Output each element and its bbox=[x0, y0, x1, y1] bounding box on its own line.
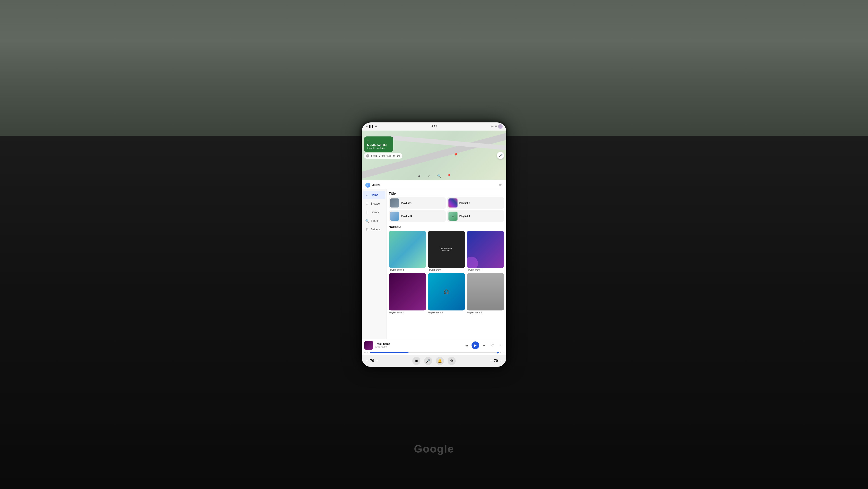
playlist-name-2-thumb: ABSTRACTDESIGN bbox=[428, 231, 465, 268]
playlist-name-5-title: Playlist name 5 bbox=[428, 311, 465, 314]
search-label: Search bbox=[371, 219, 379, 223]
map-section[interactable]: 📍 ↑ Middlefield Rd toward Lowell Ave × 5… bbox=[362, 131, 506, 180]
subtitle-playlist-grid: Playlist name 1 ABSTRACTDESIGN Playlist … bbox=[389, 231, 504, 314]
playlist-name-card-4[interactable]: Playlist name 4 bbox=[389, 273, 426, 314]
settings-icon: ⚙ bbox=[365, 228, 369, 231]
skip-back-button[interactable]: ⏮ bbox=[463, 342, 470, 348]
playlist-card-4[interactable]: ☺ Playlist 4 bbox=[447, 210, 504, 222]
volume-left: − 70 + bbox=[366, 359, 378, 363]
playlist-card-1[interactable]: Playlist 1 bbox=[389, 197, 446, 209]
queue-icon[interactable]: ≡↕ bbox=[499, 183, 503, 187]
subtitle-section-heading: Subtitle bbox=[389, 225, 504, 229]
track-artist: Artist name bbox=[375, 346, 461, 348]
progress-current-time: 0:24 bbox=[364, 351, 368, 354]
playlist-name-5-thumb: 🎧 bbox=[428, 273, 465, 311]
nav-street-name: Middlefield Rd bbox=[367, 144, 390, 147]
volume-left-plus[interactable]: + bbox=[376, 359, 378, 363]
nav-arrow-icon: ↑ bbox=[367, 139, 390, 143]
playlist-4-title: Playlist 4 bbox=[459, 215, 470, 218]
sidebar-item-search[interactable]: 🔍 Search bbox=[363, 217, 385, 225]
sidebar-nav: ⌂ Home ⊞ Browse ||| Library 🔍 Search bbox=[362, 189, 386, 339]
progress-bar-fill bbox=[370, 352, 408, 353]
status-left: ✦ ▌▌▌ ⚙ bbox=[365, 125, 377, 128]
playlist-2-title: Playlist 2 bbox=[459, 202, 470, 204]
playlist-name-4-title: Playlist name 4 bbox=[389, 311, 426, 314]
playlist-1-thumb bbox=[390, 198, 399, 207]
eta-bar: × 5 min · 1.7 mi 5:24 PM PDT bbox=[364, 153, 402, 159]
browse-label: Browse bbox=[371, 202, 380, 205]
track-info: Track name Artist name bbox=[375, 342, 461, 348]
playlist-name-card-5[interactable]: 🎧 Playlist name 5 bbox=[428, 273, 465, 314]
playlist-name-1-thumb bbox=[389, 231, 426, 268]
mic-button[interactable]: 🎤 bbox=[424, 357, 432, 365]
volume-right: − 70 + bbox=[490, 359, 502, 363]
volume-right-plus[interactable]: + bbox=[500, 359, 502, 363]
expand-button[interactable]: ∧ bbox=[497, 342, 504, 348]
app-logo-text: Aural bbox=[372, 183, 380, 187]
bell-button[interactable]: 🔔 bbox=[436, 357, 444, 365]
playlist-1-title: Playlist 1 bbox=[401, 202, 412, 204]
eta-arrival: 5:24 PM PDT bbox=[386, 154, 400, 157]
library-icon: ||| bbox=[365, 210, 369, 214]
browse-icon: ⊞ bbox=[365, 202, 369, 205]
progress-dot bbox=[497, 352, 499, 353]
map-pin-icon[interactable]: 📍 bbox=[446, 173, 452, 178]
sidebar-item-library[interactable]: ||| Library bbox=[363, 208, 385, 216]
app-section: ♪ Aural ≡↕ ⌂ Home ⊞ Browse bbox=[362, 180, 506, 355]
map-layers-icon[interactable]: ◉ bbox=[416, 173, 422, 178]
playlist-name-4-thumb bbox=[389, 273, 426, 311]
track-thumbnail bbox=[364, 341, 373, 350]
map-mic-button[interactable]: 🎤 bbox=[497, 152, 504, 159]
map-controls: ◉ ⇌ 🔍 📍 bbox=[362, 173, 506, 178]
playlist-name-2-title: Playlist name 2 bbox=[428, 269, 465, 271]
playlist-name-card-6[interactable]: Playlist name 6 bbox=[467, 273, 504, 314]
center-screen: ✦ ▌▌▌ ⚙ 8:32 64° F 📍 ↑ Middlefield Rd to… bbox=[362, 122, 506, 367]
volume-right-value: 70 bbox=[494, 359, 498, 363]
avatar[interactable] bbox=[498, 124, 503, 129]
map-location-pin: 📍 bbox=[453, 153, 459, 158]
play-button[interactable]: ▶ bbox=[471, 342, 479, 349]
map-route-icon[interactable]: ⇌ bbox=[426, 173, 432, 178]
title-section-heading: Title bbox=[389, 192, 504, 195]
progress-bar-track[interactable] bbox=[370, 352, 498, 353]
playlist-name-card-2[interactable]: ABSTRACTDESIGN Playlist name 2 bbox=[428, 231, 465, 271]
map-search-icon[interactable]: 🔍 bbox=[436, 173, 442, 178]
volume-right-minus[interactable]: − bbox=[490, 359, 492, 363]
screen-frame: ✦ ▌▌▌ ⚙ 8:32 64° F 📍 ↑ Middlefield Rd to… bbox=[362, 122, 506, 367]
progress-bar-container: 0:24 3:33 bbox=[362, 351, 506, 355]
library-label: Library bbox=[371, 211, 379, 214]
app-header: ♪ Aural ≡↕ bbox=[362, 180, 506, 189]
bottom-bar: − 70 + ⊞ 🎤 🔔 ⚙ − 70 + bbox=[362, 355, 506, 367]
playlist-name-1-title: Playlist name 1 bbox=[389, 269, 426, 271]
playlist-name-card-3[interactable]: Playlist name 3 bbox=[467, 231, 504, 271]
playlist-name-3-title: Playlist name 3 bbox=[467, 269, 504, 271]
playlist-card-2[interactable]: Playlist 2 bbox=[447, 197, 504, 209]
eta-close-button[interactable]: × bbox=[366, 154, 369, 157]
heart-button[interactable]: ♡ bbox=[489, 342, 495, 348]
playlist-card-3[interactable]: Playlist 3 bbox=[389, 210, 446, 222]
settings-label: Settings bbox=[371, 228, 380, 231]
volume-left-minus[interactable]: − bbox=[366, 359, 368, 363]
skip-forward-button[interactable]: ⏭ bbox=[481, 342, 487, 348]
home-icon: ⌂ bbox=[365, 193, 369, 197]
now-playing-main: Track name Artist name ⏮ ▶ ⏭ ♡ ∧ bbox=[362, 339, 506, 351]
grid-button[interactable]: ⊞ bbox=[412, 357, 421, 365]
playlist-name-card-1[interactable]: Playlist name 1 bbox=[389, 231, 426, 271]
main-content: Title Playlist 1 bbox=[386, 189, 506, 339]
player-controls: ⏮ ▶ ⏭ ♡ ∧ bbox=[463, 342, 504, 349]
settings-button[interactable]: ⚙ bbox=[447, 357, 456, 365]
status-bar: ✦ ▌▌▌ ⚙ 8:32 64° F bbox=[362, 122, 506, 131]
app-body: ⌂ Home ⊞ Browse ||| Library 🔍 Search bbox=[362, 189, 506, 339]
app-logo-area: ♪ Aural bbox=[365, 182, 380, 188]
sidebar-item-browse[interactable]: ⊞ Browse bbox=[363, 200, 385, 208]
navigation-card[interactable]: ↑ Middlefield Rd toward Lowell Ave bbox=[364, 137, 393, 152]
sidebar-item-settings[interactable]: ⚙ Settings bbox=[363, 225, 385, 233]
home-label: Home bbox=[371, 194, 378, 197]
playlist-name-6-title: Playlist name 6 bbox=[467, 311, 504, 314]
bottom-icons: ⊞ 🎤 🔔 ⚙ bbox=[412, 357, 456, 365]
search-icon: 🔍 bbox=[365, 219, 369, 223]
car-window bbox=[0, 0, 868, 136]
playlist-3-title: Playlist 3 bbox=[401, 215, 412, 218]
temperature-label: 64° F bbox=[491, 125, 497, 128]
sidebar-item-home[interactable]: ⌂ Home bbox=[363, 191, 385, 199]
